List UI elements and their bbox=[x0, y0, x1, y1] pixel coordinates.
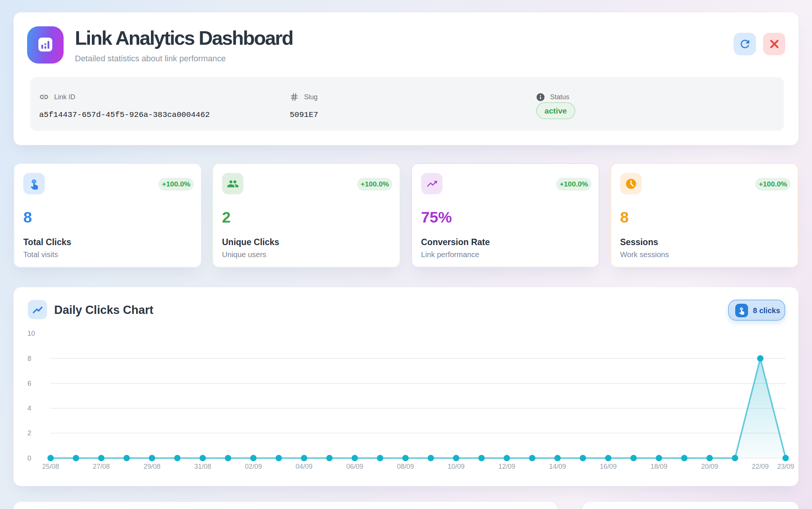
svg-text:12/09: 12/09 bbox=[498, 463, 515, 470]
svg-text:14/09: 14/09 bbox=[549, 463, 566, 470]
svg-text:02/09: 02/09 bbox=[245, 463, 262, 470]
svg-text:23/09: 23/09 bbox=[777, 463, 794, 470]
svg-text:8: 8 bbox=[27, 355, 31, 362]
svg-text:6: 6 bbox=[27, 380, 31, 387]
svg-text:20/09: 20/09 bbox=[701, 463, 718, 470]
svg-text:10: 10 bbox=[27, 330, 35, 337]
svg-text:27/08: 27/08 bbox=[93, 463, 110, 470]
svg-text:10/09: 10/09 bbox=[448, 463, 465, 470]
svg-text:22/09: 22/09 bbox=[752, 463, 769, 470]
svg-text:04/09: 04/09 bbox=[296, 463, 313, 470]
svg-text:2: 2 bbox=[27, 429, 31, 437]
svg-text:06/09: 06/09 bbox=[346, 463, 363, 470]
svg-text:4: 4 bbox=[27, 404, 31, 412]
svg-text:18/09: 18/09 bbox=[651, 463, 668, 470]
svg-text:08/09: 08/09 bbox=[397, 463, 414, 470]
svg-text:25/08: 25/08 bbox=[42, 463, 59, 470]
svg-text:29/08: 29/08 bbox=[143, 463, 160, 470]
svg-text:31/08: 31/08 bbox=[194, 463, 211, 470]
svg-text:16/09: 16/09 bbox=[600, 463, 617, 470]
svg-text:0: 0 bbox=[27, 454, 31, 462]
